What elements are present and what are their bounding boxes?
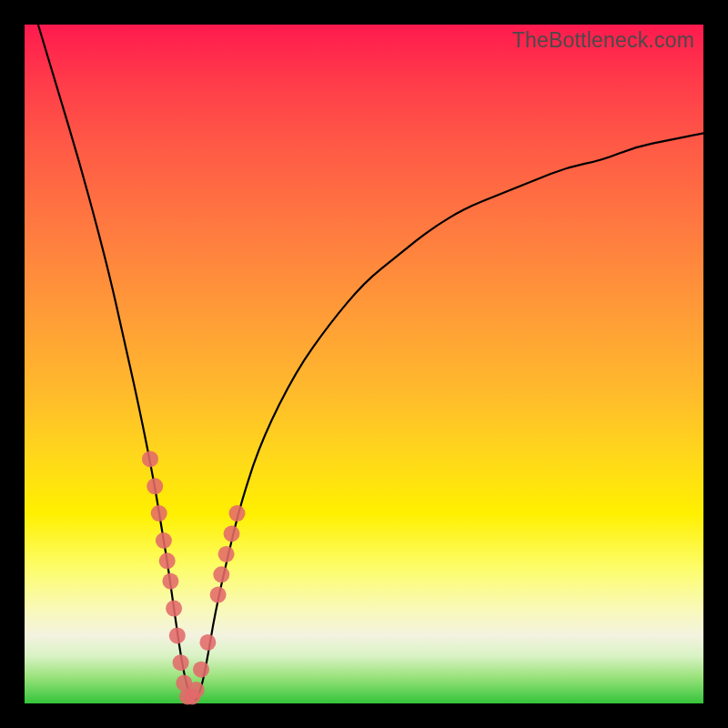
scatter-dot [169, 627, 186, 643]
scatter-dot [151, 505, 167, 521]
scatter-dot [142, 450, 158, 467]
scatter-dot [173, 654, 189, 671]
scatter-dot [162, 573, 178, 590]
chart-svg [25, 25, 703, 703]
scatter-dot [224, 526, 240, 542]
plot-area: TheBottleneck.com [25, 25, 703, 703]
scatter-dot [147, 478, 163, 494]
bottleneck-curve [38, 25, 703, 700]
scatter-dot [188, 682, 205, 698]
chart-frame: TheBottleneck.com [0, 0, 728, 728]
scatter-dot [199, 634, 216, 651]
scatter-dot [159, 552, 176, 569]
scatter-dot [229, 505, 246, 521]
scatter-dot [213, 566, 229, 582]
scatter-dot [210, 587, 227, 603]
scatter-dot [156, 532, 172, 549]
scatter-group [142, 450, 246, 704]
scatter-dot [166, 601, 182, 617]
scatter-dot [218, 546, 235, 562]
scatter-dot [193, 662, 209, 678]
